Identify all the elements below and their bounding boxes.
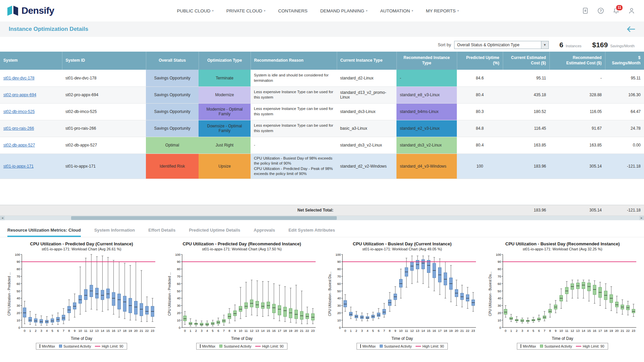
column-header-current-instance-type: Current Instance Type (337, 52, 396, 70)
table-row[interactable]: st01-io-appx-171st01-io-appx-171Identifi… (0, 154, 644, 179)
chart-title: CPU Utilization - Busiest Day (Recommend… (505, 241, 620, 246)
instances-label: Instances (566, 44, 581, 48)
back-arrow-icon[interactable] (626, 26, 635, 33)
system-link[interactable]: st01-io-appx-171 (3, 164, 34, 169)
tab-effort-details[interactable]: Effort Details (148, 228, 175, 237)
sustained-activity-marker-icon (59, 345, 62, 348)
sort-by-select[interactable]: Overall Status & Optimization Type ▼ (454, 41, 549, 49)
tab-system-information[interactable]: System Information (94, 228, 135, 237)
cell-system-id: st01-dev-dvc-178 (62, 70, 146, 86)
tab-edit-system-attributes[interactable]: Edit System Attributes (288, 228, 335, 237)
cell-recommended-instance-type: standard_e8_v3-Linux (396, 86, 457, 103)
table-row[interactable]: st01-pro-rais-266st01-pro-rais-266Saving… (0, 120, 644, 137)
system-link[interactable]: st01-dev-dvc-178 (3, 76, 35, 80)
system-link[interactable]: st01-pro-rais-266 (3, 126, 34, 131)
system-link[interactable]: st02-db-imco-525 (3, 109, 35, 114)
svg-text:2: 2 (355, 329, 357, 333)
cell-current-instance-type: basic_a3-Linux (337, 120, 396, 137)
svg-text:11: 11 (84, 329, 87, 333)
svg-text:23: 23 (632, 329, 635, 333)
svg-text:23: 23 (311, 329, 315, 333)
table-row[interactable]: st02-pro-appx-694st02-pro-appx-694Saving… (0, 86, 644, 103)
chevron-down-icon: ▼ (541, 41, 548, 49)
main-menu: PUBLIC CLOUD▾PRIVATE CLOUD▾CONTAINERSDEM… (177, 8, 459, 13)
chart-legend: Min/MaxSustained ActivityHigh Limit: 90 (196, 343, 287, 350)
cell-overall-status: Savings Opportunity (146, 86, 199, 103)
column-header-recommendation-reason: Recommendation Reason (251, 52, 337, 70)
nav-item-demand-planning[interactable]: DEMAND PLANNING▾ (320, 8, 368, 13)
nav-item-label: PUBLIC CLOUD (177, 8, 211, 13)
nav-item-automation[interactable]: AUTOMATION▾ (380, 8, 413, 13)
tab-approvals[interactable]: Approvals (254, 228, 275, 237)
cell-overall-status: Savings Opportunity (146, 103, 199, 120)
svg-text:60: 60 (337, 282, 341, 285)
system-link[interactable]: st02-db-appx-527 (3, 143, 35, 147)
nav-item-containers[interactable]: CONTAINERS (278, 8, 308, 13)
chart-body: CPU Utilization - Predicted ...010203040… (167, 252, 317, 336)
chart-subtitle: st01-io-appx-171: Workload Chart (Avg 17… (202, 247, 281, 251)
notifications-icon[interactable]: 11 (612, 7, 620, 14)
column-header-system-id: System ID (62, 52, 146, 70)
cell-recommended-instance-type: standard_e2_v3-Linux (396, 120, 457, 137)
svg-text:20: 20 (134, 329, 138, 333)
svg-text:3: 3 (201, 329, 202, 333)
svg-text:8: 8 (549, 329, 551, 333)
densify-logo-icon (7, 5, 19, 16)
minmax-marker-icon (40, 344, 40, 348)
table-row[interactable]: st02-db-appx-527st02-db-appx-527OptimalJ… (0, 137, 644, 154)
chevron-down-icon: ▾ (264, 9, 266, 12)
svg-text:21: 21 (621, 329, 624, 333)
nav-item-public-cloud[interactable]: PUBLIC CLOUD▾ (177, 8, 214, 13)
cell-optimization-type: Upsize (199, 154, 251, 179)
cell-savings-month: 106.30 (605, 86, 644, 103)
column-header-savings-month: $ Savings/Month (605, 52, 644, 70)
svg-text:13: 13 (416, 329, 419, 333)
svg-text:3: 3 (521, 329, 523, 333)
svg-text:20: 20 (16, 311, 20, 314)
table-row[interactable]: st02-db-imco-525st02-db-imco-525Savings … (0, 103, 644, 120)
legend-label: Min/Max (523, 344, 536, 348)
scrollbar-thumb[interactable] (71, 216, 337, 220)
tab-predicted-uptime-details[interactable]: Predicted Uptime Details (189, 228, 240, 237)
cell-savings-month: 24.78 (605, 120, 644, 137)
svg-text:6: 6 (57, 329, 59, 333)
scroll-left-button[interactable]: ◄ (0, 216, 5, 220)
sort-by-value: Overall Status & Optimization Type (454, 41, 541, 49)
high-limit-marker-icon (255, 346, 261, 347)
legend-minmax: Min/Max (521, 344, 536, 348)
svg-text:15: 15 (106, 329, 110, 333)
report-download-icon[interactable] (582, 7, 589, 14)
svg-text:100: 100 (496, 252, 501, 256)
nav-item-my-reports[interactable]: MY REPORTS▾ (426, 8, 459, 13)
svg-text:?: ? (600, 9, 602, 13)
chart-legend: Min/MaxSustained ActivityHigh Limit: 90 (36, 343, 127, 350)
user-icon[interactable] (628, 7, 635, 14)
help-icon[interactable]: ? (597, 7, 604, 14)
svg-text:20: 20 (294, 329, 298, 333)
svg-text:0: 0 (339, 325, 340, 329)
densify-logo[interactable]: Densify (7, 5, 54, 16)
svg-text:23: 23 (471, 329, 475, 333)
legend-label: Sustained Activity (224, 344, 251, 348)
cell-overall-status: Identified Risk (146, 154, 199, 179)
svg-text:50: 50 (16, 289, 20, 293)
svg-text:16: 16 (272, 329, 276, 333)
cell-savings-month: -121.18 (605, 154, 644, 179)
sort-by-label: Sort by (438, 43, 451, 47)
svg-text:0: 0 (178, 325, 180, 329)
legend-label: High Limit: 90 (262, 344, 283, 348)
table-row[interactable]: st01-dev-dvc-178st01-dev-dvc-178Savings … (0, 70, 644, 86)
tab-resource-utilization-metrics-cloud[interactable]: Resource Utilization Metrics: Cloud (7, 228, 81, 237)
cell-predicted-uptime: 80.3 (457, 103, 503, 120)
svg-text:10: 10 (337, 318, 341, 322)
svg-text:12: 12 (410, 329, 414, 333)
instances-count: 6 (559, 41, 564, 49)
system-link[interactable]: st02-pro-appx-694 (3, 93, 36, 97)
svg-text:30: 30 (337, 304, 341, 307)
cell-optimization-type: Just Right (199, 137, 251, 154)
scroll-right-button[interactable]: ► (639, 216, 644, 220)
svg-text:80: 80 (177, 267, 180, 271)
legend-high-limit: High Limit: 90 (255, 344, 283, 348)
nav-item-private-cloud[interactable]: PRIVATE CLOUD▾ (226, 8, 265, 13)
cell-optimization-type: Terminate (199, 70, 251, 86)
